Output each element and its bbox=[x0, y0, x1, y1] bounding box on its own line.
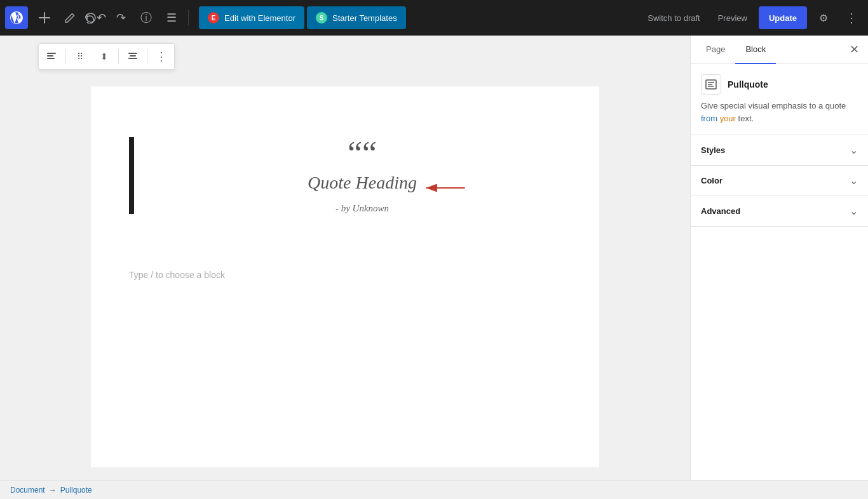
desc-link-your[interactable]: your bbox=[720, 114, 736, 123]
preview-button[interactable]: Preview bbox=[712, 10, 754, 27]
list-view-button[interactable]: ☰ bbox=[160, 6, 183, 29]
block-toolbar: ⠿ ⬍ ⋮ bbox=[38, 43, 175, 70]
tab-page[interactable]: Page bbox=[696, 36, 735, 64]
tab-page-label: Page bbox=[706, 44, 725, 54]
arrow-indicator bbox=[423, 180, 468, 196]
block-info-header: Pullquote bbox=[701, 74, 858, 95]
preview-label: Preview bbox=[718, 13, 747, 23]
advanced-chevron-icon: ⌄ bbox=[850, 205, 858, 217]
status-pullquote-label: Pullquote bbox=[60, 486, 92, 495]
add-block-button[interactable] bbox=[33, 6, 56, 29]
pullquote-heading-wrapper: Quote Heading bbox=[308, 173, 417, 203]
info-button[interactable]: ⓘ bbox=[135, 6, 158, 29]
redo-button[interactable]: ↷ bbox=[109, 6, 132, 29]
status-bar: Document → Pullquote bbox=[0, 480, 868, 499]
tab-block-label: Block bbox=[745, 44, 766, 54]
svg-rect-1 bbox=[47, 55, 53, 57]
block-type-button[interactable] bbox=[40, 45, 63, 68]
starter-templates-button[interactable]: S Starter Templates bbox=[307, 6, 406, 29]
edit-button[interactable] bbox=[58, 6, 81, 29]
update-button[interactable]: Update bbox=[759, 6, 807, 29]
top-bar-right: Switch to draft Preview Update ⚙ ⋮ bbox=[641, 6, 863, 29]
status-arrow: → bbox=[49, 486, 57, 495]
toolbar-sep-3 bbox=[147, 49, 147, 64]
sidebar-tabs: Page Block ✕ bbox=[691, 36, 868, 64]
svg-rect-3 bbox=[128, 53, 137, 54]
pullquote-heading[interactable]: Quote Heading bbox=[308, 173, 417, 193]
next-block-hint-text: Type / to choose a block bbox=[129, 270, 225, 280]
desc-link-from[interactable]: from bbox=[701, 114, 717, 123]
svg-rect-5 bbox=[128, 58, 137, 59]
main-layout: ⠿ ⬍ ⋮ ““ bbox=[0, 36, 868, 480]
pullquote-border bbox=[132, 137, 134, 214]
pullquote-citation[interactable]: - by Unknown bbox=[163, 203, 561, 214]
switch-to-draft-button[interactable]: Switch to draft bbox=[641, 10, 706, 27]
top-bar: ↶ ↷ ⓘ ☰ E Edit with Elementor S Starter … bbox=[0, 0, 868, 36]
update-label: Update bbox=[769, 13, 797, 23]
toolbar-sep-2 bbox=[118, 49, 119, 64]
svg-rect-2 bbox=[47, 58, 55, 59]
block-more-options-button[interactable]: ⋮ bbox=[150, 45, 173, 68]
status-document-link[interactable]: Document bbox=[10, 486, 45, 495]
styles-section-header[interactable]: Styles ⌄ bbox=[691, 135, 868, 165]
styles-section: Styles ⌄ bbox=[691, 135, 868, 166]
block-description: Give special visual emphasis to a quote … bbox=[701, 100, 858, 124]
settings-button[interactable]: ⚙ bbox=[812, 6, 835, 29]
svg-rect-4 bbox=[130, 55, 136, 57]
right-sidebar: Page Block ✕ Pullquote bbox=[690, 36, 868, 480]
toolbar-sep-1 bbox=[65, 49, 66, 64]
elementor-icon: E bbox=[208, 12, 219, 23]
change-alignment-button[interactable] bbox=[121, 45, 144, 68]
color-section-title: Color bbox=[701, 176, 722, 185]
advanced-section: Advanced ⌄ bbox=[691, 196, 868, 227]
block-name: Pullquote bbox=[728, 79, 768, 90]
status-pullquote-link[interactable]: Pullquote bbox=[60, 486, 92, 495]
block-info: Pullquote Give special visual emphasis t… bbox=[691, 64, 868, 135]
styles-chevron-icon: ⌄ bbox=[850, 144, 858, 156]
more-options-button[interactable]: ⋮ bbox=[840, 6, 863, 29]
drag-handle-button[interactable]: ⠿ bbox=[69, 45, 92, 68]
switch-to-draft-label: Switch to draft bbox=[648, 13, 700, 23]
toolbar-separator bbox=[188, 10, 189, 25]
wp-logo[interactable] bbox=[5, 6, 28, 29]
content-area: ⠿ ⬍ ⋮ ““ bbox=[0, 36, 690, 480]
starter-templates-icon: S bbox=[316, 12, 327, 23]
editor-canvas: ““ Quote Heading - bbox=[91, 86, 599, 467]
styles-section-title: Styles bbox=[701, 145, 725, 155]
color-chevron-icon: ⌄ bbox=[850, 175, 858, 187]
pullquote-content: ““ Quote Heading - bbox=[144, 137, 561, 214]
starter-templates-label: Starter Templates bbox=[332, 13, 397, 23]
pullquote-marks: ““ bbox=[163, 137, 561, 170]
tab-block[interactable]: Block bbox=[735, 36, 776, 64]
undo-button[interactable]: ↶ bbox=[84, 6, 107, 29]
pullquote-block[interactable]: ““ Quote Heading - bbox=[129, 137, 561, 214]
advanced-section-header[interactable]: Advanced ⌄ bbox=[691, 196, 868, 226]
move-up-down-button[interactable]: ⬍ bbox=[93, 45, 116, 68]
sidebar-close-button[interactable]: ✕ bbox=[845, 41, 863, 58]
svg-rect-0 bbox=[47, 53, 56, 54]
edit-with-elementor-label: Edit with Elementor bbox=[224, 13, 295, 23]
next-block-hint[interactable]: Type / to choose a block bbox=[129, 265, 561, 285]
color-section-header[interactable]: Color ⌄ bbox=[691, 166, 868, 196]
status-document-label: Document bbox=[10, 486, 45, 495]
color-section: Color ⌄ bbox=[691, 166, 868, 196]
block-icon bbox=[701, 74, 721, 95]
edit-with-elementor-button[interactable]: E Edit with Elementor bbox=[199, 6, 304, 29]
advanced-section-title: Advanced bbox=[701, 206, 740, 216]
